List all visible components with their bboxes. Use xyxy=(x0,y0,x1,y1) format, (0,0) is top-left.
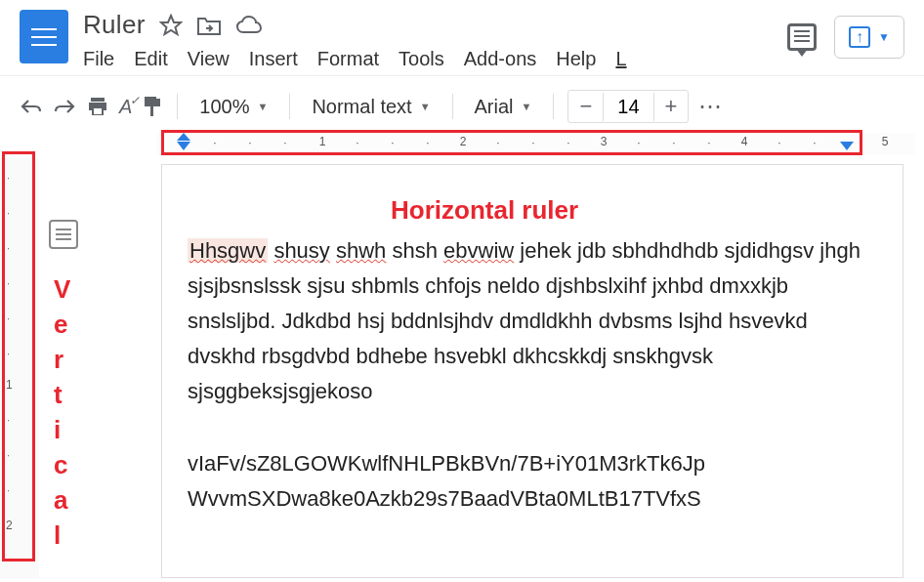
horizontal-ruler-area: ··· 1 ··· 2 ··· 3 ··· 4 ·· 5 xyxy=(0,133,924,158)
ruler-mark-5: 5 xyxy=(882,135,889,148)
toolbar: A✓ 100%▼ Normal text▼ Arial▼ − 14 + ⋯ xyxy=(0,75,924,133)
document-title[interactable]: Ruler xyxy=(83,10,146,40)
ruler-mark-1: 1 xyxy=(319,135,326,148)
zoom-value: 100% xyxy=(199,96,249,118)
font-dropdown[interactable]: Arial▼ xyxy=(467,96,540,118)
menu-view[interactable]: View xyxy=(188,48,230,70)
document-page[interactable]: Hhsgwv shusy shwh shsh ebvwiw jehek jdb … xyxy=(161,164,903,578)
redo-button[interactable] xyxy=(53,97,76,116)
move-folder-icon[interactable] xyxy=(196,15,222,36)
menu-last-edit[interactable]: L xyxy=(615,48,626,70)
spellcheck-button[interactable]: A✓ xyxy=(119,96,132,118)
upload-icon: ↑ xyxy=(849,26,870,48)
style-value: Normal text xyxy=(312,96,411,118)
font-size-group: − 14 + xyxy=(567,90,689,123)
annotation-vertical-label: Vertical xyxy=(54,271,70,553)
star-icon[interactable] xyxy=(159,14,183,37)
annotation-horizontal-label: Horizontal ruler xyxy=(391,195,578,226)
v-ruler-mark-1: 1 xyxy=(6,378,13,392)
paragraph-1[interactable]: Hhsgwv shusy shwh shsh ebvwiw jehek jdb … xyxy=(188,233,877,409)
title-area: Ruler File Edit View Insert Format Tools… xyxy=(83,10,773,70)
svg-marker-0 xyxy=(161,16,181,34)
left-indent-marker[interactable] xyxy=(177,142,190,150)
more-toolbar-button[interactable]: ⋯ xyxy=(698,93,725,120)
vertical-ruler[interactable]: · · · · · · 1 · · · 2 xyxy=(0,158,39,578)
paragraph-2[interactable]: vIaFv/sZ8LGOWKwlfNHLPBkBVn/7B+iY01M3rkTk… xyxy=(188,446,877,517)
increase-size-button[interactable]: + xyxy=(654,91,689,122)
paint-format-button[interactable] xyxy=(142,95,163,118)
zoom-dropdown[interactable]: 100%▼ xyxy=(191,96,275,118)
share-button[interactable]: ↑ ▼ xyxy=(834,16,904,59)
menu-edit[interactable]: Edit xyxy=(134,48,167,70)
ruler-mark-2: 2 xyxy=(460,135,467,148)
print-button[interactable] xyxy=(86,95,109,118)
font-value: Arial xyxy=(475,96,514,118)
chevron-down-icon: ▼ xyxy=(420,101,431,112)
chevron-down-icon: ▼ xyxy=(878,30,890,44)
header: Ruler File Edit View Insert Format Tools… xyxy=(0,0,924,75)
menu-bar: File Edit View Insert Format Tools Add-o… xyxy=(83,48,773,70)
ruler-mark-4: 4 xyxy=(741,135,748,148)
ruler-mark-3: 3 xyxy=(601,135,608,148)
comments-icon[interactable] xyxy=(787,23,817,51)
menu-addons[interactable]: Add-ons xyxy=(464,48,537,70)
menu-help[interactable]: Help xyxy=(556,48,596,70)
first-line-indent-marker[interactable] xyxy=(177,133,190,141)
menu-insert[interactable]: Insert xyxy=(249,48,298,70)
outline-toggle-button[interactable] xyxy=(49,220,78,249)
word-highlighted[interactable]: Hhsgwv xyxy=(188,238,268,263)
decrease-size-button[interactable]: − xyxy=(568,91,603,122)
chevron-down-icon: ▼ xyxy=(258,101,269,112)
chevron-down-icon: ▼ xyxy=(522,101,532,112)
menu-format[interactable]: Format xyxy=(317,48,379,70)
cloud-status-icon[interactable] xyxy=(235,15,263,36)
menu-tools[interactable]: Tools xyxy=(399,48,444,70)
svg-rect-1 xyxy=(94,108,102,114)
docs-app-icon[interactable] xyxy=(20,10,68,63)
font-size-value[interactable]: 14 xyxy=(603,93,653,121)
v-ruler-mark-2: 2 xyxy=(6,519,13,532)
header-actions: ↑ ▼ xyxy=(787,16,904,59)
horizontal-ruler[interactable]: ··· 1 ··· 2 ··· 3 ··· 4 ·· 5 xyxy=(156,133,914,154)
style-dropdown[interactable]: Normal text▼ xyxy=(304,96,438,118)
undo-button[interactable] xyxy=(20,97,43,116)
right-indent-marker[interactable] xyxy=(840,142,854,150)
menu-file[interactable]: File xyxy=(83,48,114,70)
